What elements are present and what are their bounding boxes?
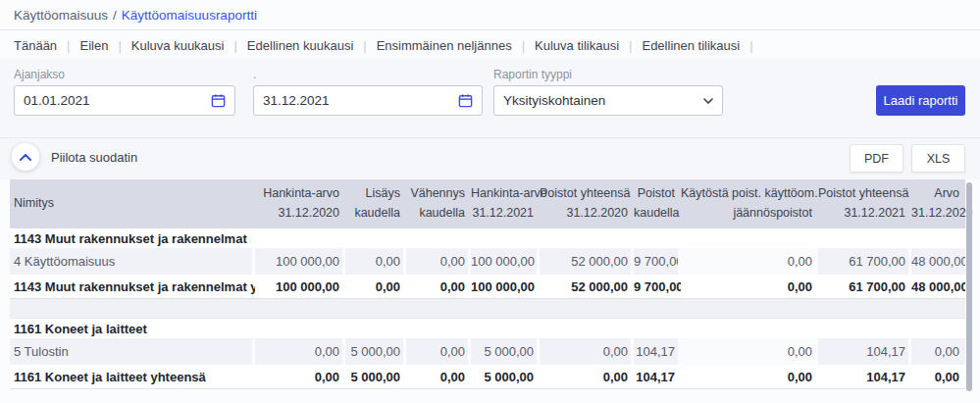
value-cell: 0,00 <box>406 338 471 365</box>
value-cell: 100 000,00 <box>255 248 345 275</box>
value-cell: 0,00 <box>406 248 471 275</box>
value-cell: 104,17 <box>634 365 681 389</box>
vertical-scrollbar[interactable] <box>966 182 972 391</box>
value-cell: 100 000,00 <box>255 275 345 299</box>
value-cell <box>818 228 911 248</box>
value-cell: 0,00 <box>540 365 634 389</box>
value-cell <box>345 319 406 338</box>
value-cell: 0,00 <box>345 248 406 275</box>
quick-filter-item[interactable]: Ensimmäinen neljännes <box>377 38 512 53</box>
value-cell: 0,00 <box>911 338 965 365</box>
group-total-row: 1161 Koneet ja laitteet yhteensä0,005 00… <box>10 365 965 389</box>
quick-filter-item[interactable]: Eilen <box>79 38 108 53</box>
value-cell <box>540 319 634 338</box>
group-header-row: 1143 Muut rakennukset ja rakennelmat <box>10 228 965 248</box>
value-cell: 0,00 <box>255 365 345 389</box>
name-cell: 1143 Muut rakennukset ja rakennelmat yht… <box>10 275 255 299</box>
collapse-filter-button[interactable] <box>12 143 39 171</box>
value-cell <box>255 228 345 248</box>
value-cell: 0,00 <box>406 275 471 299</box>
value-cell: 0,00 <box>540 338 634 365</box>
group-header-row: 1161 Koneet ja laitteet <box>10 319 965 338</box>
value-cell: 0,00 <box>345 275 406 299</box>
name-cell: 1161 Koneet ja laitteet yhteensä <box>10 365 255 389</box>
value-cell <box>471 319 540 338</box>
value-cell: 0,00 <box>406 365 471 389</box>
end-date-input[interactable] <box>263 93 458 108</box>
column-header: Hankinta-arvo31.12.2021 <box>471 179 540 228</box>
value-cell: 5 000,00 <box>471 365 540 389</box>
export-xls-button[interactable]: XLS <box>911 144 965 173</box>
table-header-row: NimitysHankinta-arvo31.12.2020Lisäyskaud… <box>10 179 965 228</box>
value-cell <box>818 319 911 338</box>
export-pdf-button[interactable]: PDF <box>850 144 903 173</box>
quick-filter-item[interactable]: Tänään <box>14 38 57 53</box>
column-header: Lisäyskaudella <box>345 179 406 228</box>
value-cell: 9 700,00 <box>634 248 681 275</box>
calendar-icon[interactable] <box>458 93 473 108</box>
quick-filter-item[interactable]: Edellinen kuukausi <box>247 38 353 53</box>
spacer-cell <box>10 299 965 319</box>
value-cell <box>406 228 471 248</box>
value-cell <box>540 228 634 248</box>
column-header: Poistot yhteensä31.12.2021 <box>818 179 911 228</box>
quick-filter-separator: | <box>629 38 632 53</box>
value-cell: 0,00 <box>681 365 818 389</box>
breadcrumb-separator: / <box>113 8 117 23</box>
calendar-icon[interactable] <box>211 93 226 108</box>
column-header: Vähennyskaudella <box>406 179 471 228</box>
value-cell: 104,17 <box>818 338 911 365</box>
breadcrumb: Käyttöomaisuus/Käyttöomaisuusraportti <box>14 8 257 23</box>
quick-filter-item[interactable]: Kuluva kuukausi <box>131 38 225 53</box>
name-cell: 5 Tulostin <box>10 338 255 365</box>
column-header: Käytöstä poist. käyttöom.jäännöspoistot <box>681 179 818 228</box>
value-cell: 0,00 <box>681 248 818 275</box>
value-cell: 5 000,00 <box>471 338 540 365</box>
value-cell: 104,17 <box>634 338 681 365</box>
value-cell <box>911 228 965 248</box>
value-cell <box>406 319 471 338</box>
divider <box>0 137 980 138</box>
start-date-field[interactable] <box>14 85 235 116</box>
value-cell <box>345 228 406 248</box>
column-header: Poistotkaudella <box>634 179 681 228</box>
filter-panel <box>0 59 980 179</box>
breadcrumb-parent-link[interactable]: Käyttöomaisuus <box>14 8 108 23</box>
value-cell: 5 000,00 <box>345 338 406 365</box>
hide-filter-label[interactable]: Piilota suodatin <box>51 150 137 165</box>
generate-report-button[interactable]: Laadi raportti <box>876 85 965 116</box>
column-header: Hankinta-arvo31.12.2020 <box>255 179 345 228</box>
report-type-select[interactable]: Yksityiskohtainen <box>493 85 723 116</box>
divider <box>0 29 980 30</box>
group-total-row: 1143 Muut rakennukset ja rakennelmat yht… <box>10 275 965 299</box>
value-cell: 48 000,00 <box>911 248 965 275</box>
breadcrumb-current-link[interactable]: Käyttöomaisuusraportti <box>122 8 257 23</box>
value-cell: 104,17 <box>818 365 911 389</box>
name-cell: 1161 Koneet ja laitteet <box>10 319 255 338</box>
value-cell <box>255 319 345 338</box>
report-type-label: Raportin tyyppi <box>493 68 572 81</box>
value-cell: 100 000,00 <box>471 275 540 299</box>
name-cell: 4 Käyttöomaisuus <box>10 248 255 275</box>
value-cell <box>681 319 818 338</box>
quick-filter-item[interactable]: Kuluva tilikausi <box>535 38 619 53</box>
value-cell: 0,00 <box>681 275 818 299</box>
value-cell: 52 000,00 <box>540 275 634 299</box>
value-cell: 0,00 <box>255 338 345 365</box>
column-header: Arvo31.12.2020 <box>911 179 965 228</box>
quick-filter-separator: | <box>749 38 752 53</box>
quick-filter-item[interactable]: Edellinen tilikausi <box>642 38 740 53</box>
start-date-input[interactable] <box>24 93 211 108</box>
value-cell <box>681 228 818 248</box>
value-cell <box>911 319 965 338</box>
end-date-field[interactable] <box>253 85 483 116</box>
quick-filter-separator: | <box>118 38 121 53</box>
value-cell: 61 700,00 <box>818 275 911 299</box>
quick-filter-separator: | <box>363 38 366 53</box>
section-spacer-row <box>10 299 965 319</box>
period-label: Ajanjakso <box>14 68 65 81</box>
chevron-down-icon <box>703 98 713 104</box>
column-header: Poistot yhteensä31.12.2020 <box>540 179 634 228</box>
quick-filter-separator: | <box>522 38 525 53</box>
end-date-label: . <box>253 68 256 81</box>
